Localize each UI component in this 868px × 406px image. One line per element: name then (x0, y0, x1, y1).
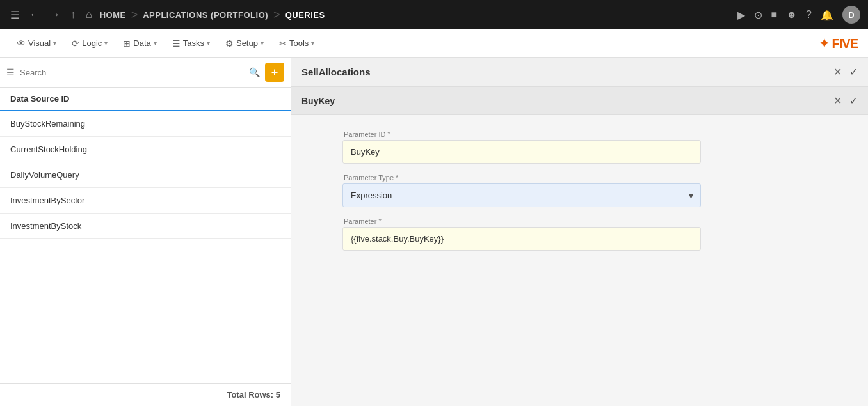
list-item[interactable]: DailyVolumeQuery (0, 162, 291, 188)
left-panel: ☰ 🔍 + Data Source ID BuyStockRemaining C… (0, 58, 291, 406)
tasks-chevron: ▾ (207, 40, 210, 47)
chat-icon[interactable]: ☻ (786, 9, 797, 20)
sub-panel-actions: ✕ ✓ (833, 95, 858, 107)
data-chevron: ▾ (154, 40, 157, 47)
nav-logic[interactable]: ⟳ Logic ▾ (65, 35, 114, 52)
main-panel-actions: ✕ ✓ (833, 66, 858, 78)
tools-chevron: ▾ (311, 40, 314, 47)
total-rows: Total Rows: 5 (0, 383, 291, 406)
sub-close-icon[interactable]: ✕ (833, 95, 842, 107)
right-panel: SellAllocations ✕ ✓ BuyKey ✕ ✓ Parameter… (291, 58, 868, 406)
logic-icon: ⟳ (72, 38, 79, 49)
main-content: ☰ 🔍 + Data Source ID BuyStockRemaining C… (0, 58, 868, 406)
up-icon[interactable]: ↑ (68, 6, 78, 23)
bell-icon[interactable]: 🔔 (821, 9, 833, 21)
stop-icon[interactable]: ■ (771, 9, 778, 20)
home-icon[interactable]: ⌂ (83, 6, 95, 23)
tasks-icon: ☰ (172, 38, 181, 49)
visual-chevron: ▾ (53, 40, 56, 47)
back-icon[interactable]: ← (27, 6, 42, 23)
list-item[interactable]: InvestmentByStock (0, 214, 291, 239)
queries-label[interactable]: QUERIES (285, 10, 325, 20)
second-nav: 👁 Visual ▾ ⟳ Logic ▾ ⊞ Data ▾ ☰ Tasks ▾ … (0, 29, 868, 58)
setup-chevron: ▾ (261, 40, 264, 47)
visual-label: Visual (28, 38, 51, 48)
nav-setup[interactable]: ⚙ Setup ▾ (219, 35, 270, 52)
sub-panel-header: BuyKey ✕ ✓ (291, 87, 868, 115)
search-input[interactable] (20, 68, 244, 77)
play-icon[interactable]: ▶ (737, 9, 745, 21)
param-type-select[interactable]: Expression Value Field (342, 183, 701, 207)
list-item[interactable]: InvestmentBySector (0, 188, 291, 214)
nav-data[interactable]: ⊞ Data ▾ (117, 35, 163, 52)
avatar[interactable]: D (842, 6, 860, 24)
nav-visual[interactable]: 👁 Visual ▾ (10, 35, 63, 52)
data-label: Data (133, 38, 150, 48)
sub-check-icon[interactable]: ✓ (849, 95, 858, 107)
main-panel-title: SellAllocations (301, 66, 371, 77)
add-button[interactable]: + (265, 63, 284, 82)
applications-label[interactable]: APPLICATIONS (PORTFOLIO) (143, 10, 268, 20)
tools-label: Tools (289, 38, 309, 48)
nav-tasks[interactable]: ☰ Tasks ▾ (166, 35, 216, 52)
param-type-wrapper: Expression Value Field (342, 183, 701, 207)
sep2: > (273, 8, 280, 22)
table-rows: BuyStockRemaining CurrentStockHolding Da… (0, 111, 291, 239)
visual-icon: 👁 (17, 38, 26, 49)
main-check-icon[interactable]: ✓ (849, 66, 858, 78)
param-type-field: Parameter Type * Expression Value Field (342, 174, 817, 207)
search-bar: ☰ 🔍 + (0, 58, 291, 88)
list-item[interactable]: CurrentStockHolding (0, 137, 291, 162)
main-panel-header: SellAllocations ✕ ✓ (291, 58, 868, 87)
main-close-icon[interactable]: ✕ (833, 66, 842, 78)
param-label: Parameter * (342, 217, 817, 225)
param-type-label: Parameter Type * (342, 174, 817, 182)
param-id-label: Parameter ID * (342, 130, 817, 138)
list-item[interactable]: BuyStockRemaining (0, 111, 291, 137)
form-area: Parameter ID * Parameter Type * Expressi… (291, 115, 868, 406)
nav-tools[interactable]: ✂ Tools ▾ (273, 35, 321, 52)
sep1: > (131, 8, 138, 22)
logic-chevron: ▾ (104, 40, 108, 47)
second-nav-left: 👁 Visual ▾ ⟳ Logic ▾ ⊞ Data ▾ ☰ Tasks ▾ … (10, 35, 321, 52)
setup-label: Setup (236, 38, 258, 48)
five-logo: ✦ FIVE (819, 36, 858, 51)
top-nav: ☰ ← → ↑ ⌂ HOME > APPLICATIONS (PORTFOLIO… (0, 0, 868, 29)
search-circle-icon[interactable]: ⊙ (754, 9, 762, 21)
logic-label: Logic (82, 38, 102, 48)
search-icon[interactable]: 🔍 (249, 67, 260, 77)
sub-panel-title: BuyKey (301, 96, 335, 106)
setup-icon: ⚙ (225, 38, 234, 49)
help-icon[interactable]: ? (806, 9, 812, 20)
top-nav-right: ▶ ⊙ ■ ☻ ? 🔔 D (737, 6, 860, 24)
tools-icon: ✂ (279, 38, 287, 49)
table-header: Data Source ID (0, 88, 291, 111)
data-icon: ⊞ (123, 38, 131, 49)
home-label[interactable]: HOME (100, 10, 126, 20)
top-nav-left: ☰ ← → ↑ ⌂ HOME > APPLICATIONS (PORTFOLIO… (8, 6, 325, 24)
param-field: Parameter * (342, 217, 817, 251)
tasks-label: Tasks (183, 38, 204, 48)
forward-icon[interactable]: → (47, 6, 63, 23)
param-input[interactable] (342, 227, 701, 251)
param-id-input[interactable] (342, 140, 701, 164)
param-id-field: Parameter ID * (342, 130, 817, 164)
menu-icon[interactable]: ☰ (8, 6, 22, 24)
filter-icon: ☰ (6, 67, 15, 77)
